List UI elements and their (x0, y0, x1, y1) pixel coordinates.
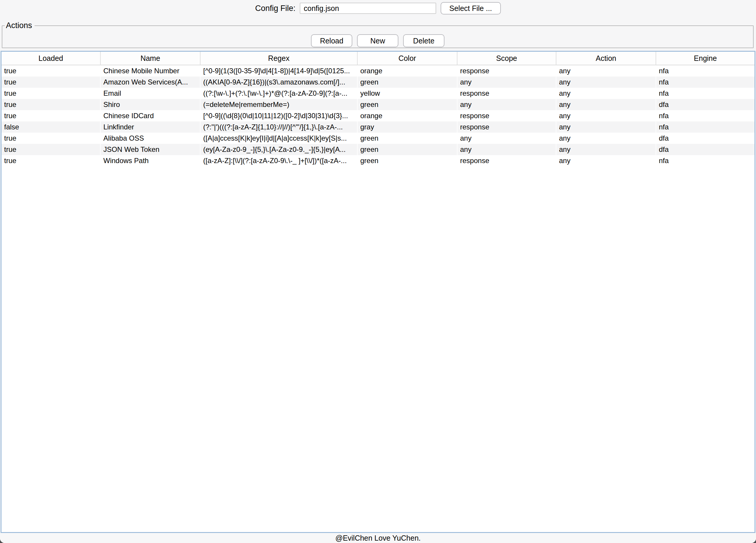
cell-color[interactable]: green (358, 133, 457, 144)
table-row[interactable]: trueWindows Path([a-zA-Z]:[\\/](?:[a-zA-… (1, 155, 755, 166)
cell-regex[interactable]: ((AKIA[0-9A-Z]{16})|(s3\.amazonaws.com[/… (201, 76, 358, 88)
cell-name[interactable]: Amazon Web Services(A... (101, 76, 201, 88)
cell-action[interactable]: any (556, 144, 656, 155)
cell-engine[interactable]: dfa (656, 144, 755, 155)
rules-table: Loaded Name Regex Color Scope Action Eng… (1, 52, 755, 166)
cell-action[interactable]: any (556, 133, 656, 144)
credit-text: @EvilChen Love YuChen. (335, 534, 421, 542)
new-button[interactable]: New (357, 34, 398, 47)
cell-loaded[interactable]: true (1, 155, 101, 166)
delete-button[interactable]: Delete (403, 34, 444, 47)
cell-engine[interactable]: nfa (656, 110, 755, 121)
cell-color[interactable]: orange (358, 110, 457, 121)
footer: @EvilChen Love YuChen. (0, 533, 756, 543)
cell-scope[interactable]: any (457, 133, 556, 144)
column-header-name[interactable]: Name (101, 52, 201, 65)
cell-scope[interactable]: response (457, 88, 556, 99)
table-row[interactable]: falseLinkfinder(?:"|')(((?:[a-zA-Z]{1,10… (1, 121, 755, 133)
cell-engine[interactable]: nfa (656, 155, 755, 166)
cell-regex[interactable]: ([a-zA-Z]:[\\/](?:[a-zA-Z0-9\.\-_ ]+[\\/… (201, 155, 358, 166)
cell-action[interactable]: any (556, 65, 656, 76)
column-header-loaded[interactable]: Loaded (1, 52, 101, 65)
cell-scope[interactable]: response (457, 110, 556, 121)
cell-regex[interactable]: ((?:[\w-\.]+(?:\.[\w-\.]+)*@(?:[a-zA-Z0-… (201, 88, 358, 99)
cell-scope[interactable]: any (457, 76, 556, 88)
cell-loaded[interactable]: true (1, 110, 101, 121)
cell-name[interactable]: Chinese Mobile Number (101, 65, 201, 76)
cell-action[interactable]: any (556, 88, 656, 99)
cell-name[interactable]: JSON Web Token (101, 144, 201, 155)
column-header-regex[interactable]: Regex (201, 52, 358, 65)
cell-loaded[interactable]: true (1, 88, 101, 99)
cell-color[interactable]: orange (358, 65, 457, 76)
cell-color[interactable]: yellow (358, 88, 457, 99)
table-row[interactable]: trueAlibaba OSS([A|a]ccess[K|k]ey[I|i]d|… (1, 133, 755, 144)
cell-name[interactable]: Email (101, 88, 201, 99)
cell-loaded[interactable]: true (1, 76, 101, 88)
cell-action[interactable]: any (556, 121, 656, 133)
table-row[interactable]: trueJSON Web Token(ey[A-Za-z0-9_-]{5,}\.… (1, 144, 755, 155)
cell-loaded[interactable]: true (1, 144, 101, 155)
table-row[interactable]: trueChinese IDCard[^0-9]((\d{8}(0\d|10|1… (1, 110, 755, 121)
cell-scope[interactable]: response (457, 155, 556, 166)
table-row[interactable]: trueAmazon Web Services(A...((AKIA[0-9A-… (1, 76, 755, 88)
cell-name[interactable]: Linkfinder (101, 121, 201, 133)
cell-color[interactable]: green (358, 144, 457, 155)
table-row[interactable]: trueEmail((?:[\w-\.]+(?:\.[\w-\.]+)*@(?:… (1, 88, 755, 99)
column-header-color[interactable]: Color (358, 52, 457, 65)
cell-action[interactable]: any (556, 155, 656, 166)
cell-name[interactable]: Shiro (101, 99, 201, 110)
reload-button[interactable]: Reload (311, 34, 352, 47)
table-row[interactable]: trueShiro(=deleteMe|rememberMe=)greenany… (1, 99, 755, 110)
cell-regex[interactable]: (ey[A-Za-z0-9_-]{5,}\.[A-Za-z0-9._-]{5,}… (201, 144, 358, 155)
cell-color[interactable]: green (358, 99, 457, 110)
cell-scope[interactable]: response (457, 121, 556, 133)
cell-color[interactable]: gray (358, 121, 457, 133)
rules-table-body: trueChinese Mobile Number[^0-9](1(3([0-3… (1, 65, 755, 166)
cell-loaded[interactable]: true (1, 65, 101, 76)
column-header-engine[interactable]: Engine (656, 52, 755, 65)
actions-button-row: Reload New Delete (2, 34, 753, 47)
column-header-action[interactable]: Action (556, 52, 656, 65)
rules-table-container: Loaded Name Regex Color Scope Action Eng… (1, 51, 755, 533)
cell-regex[interactable]: [^0-9]((\d{8}(0\d|10|11|12)([0-2]\d|30|3… (201, 110, 358, 121)
cell-engine[interactable]: dfa (656, 133, 755, 144)
actions-group-title: Actions (5, 21, 35, 30)
cell-scope[interactable]: response (457, 65, 556, 76)
cell-regex[interactable]: (=deleteMe|rememberMe=) (201, 99, 358, 110)
cell-loaded[interactable]: true (1, 133, 101, 144)
cell-action[interactable]: any (556, 76, 656, 88)
cell-color[interactable]: green (358, 155, 457, 166)
config-file-input[interactable] (300, 3, 436, 14)
select-file-button[interactable]: Select File ... (441, 2, 501, 14)
actions-group: Actions Reload New Delete (2, 21, 754, 48)
cell-name[interactable]: Chinese IDCard (101, 110, 201, 121)
cell-scope[interactable]: any (457, 99, 556, 110)
config-file-label: Config File: (255, 4, 296, 13)
cell-color[interactable]: green (358, 76, 457, 88)
cell-action[interactable]: any (556, 99, 656, 110)
app-window: Config File: Select File ... Actions Rel… (0, 0, 756, 543)
cell-engine[interactable]: nfa (656, 88, 755, 99)
cell-engine[interactable]: nfa (656, 76, 755, 88)
cell-regex[interactable]: ([A|a]ccess[K|k]ey[I|i]d|[A|a]ccess[K|k]… (201, 133, 358, 144)
cell-regex[interactable]: [^0-9](1(3([0-35-9]\d|4[1-8])|4[14-9]\d|… (201, 65, 358, 76)
cell-engine[interactable]: dfa (656, 99, 755, 110)
rules-table-header: Loaded Name Regex Color Scope Action Eng… (1, 52, 755, 65)
cell-name[interactable]: Windows Path (101, 155, 201, 166)
table-row[interactable]: trueChinese Mobile Number[^0-9](1(3([0-3… (1, 65, 755, 76)
column-header-scope[interactable]: Scope (457, 52, 556, 65)
config-bar: Config File: Select File ... (0, 0, 756, 17)
cell-loaded[interactable]: true (1, 99, 101, 110)
cell-engine[interactable]: nfa (656, 65, 755, 76)
cell-scope[interactable]: any (457, 144, 556, 155)
cell-name[interactable]: Alibaba OSS (101, 133, 201, 144)
cell-engine[interactable]: nfa (656, 121, 755, 133)
cell-regex[interactable]: (?:"|')(((?:[a-zA-Z]{1,10}://|//)[^"'/]{… (201, 121, 358, 133)
cell-loaded[interactable]: false (1, 121, 101, 133)
cell-action[interactable]: any (556, 110, 656, 121)
